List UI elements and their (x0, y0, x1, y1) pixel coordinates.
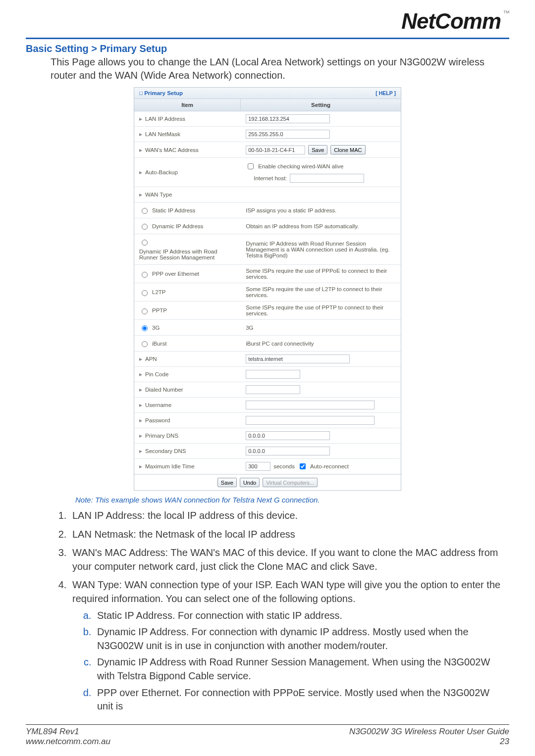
wan-desc: 3G (246, 325, 253, 331)
row-label-wan-mac: WAN's MAC Address (145, 147, 199, 153)
wan-radio-pppoe[interactable] (142, 272, 148, 278)
wan-radio-label: L2TP (152, 289, 166, 295)
caret-icon: ▸ (139, 131, 142, 138)
panel-title: □ Primary Setup (139, 90, 183, 96)
internet-host-label: Internet host: (254, 175, 287, 181)
caret-icon: ▸ (139, 386, 142, 393)
brand-tm: ™ (503, 9, 509, 17)
auto-reconnect-label: Auto-reconnect (310, 463, 349, 469)
wan-radio-3g[interactable] (142, 325, 148, 331)
wan-radio-label: Dynamic IP Address with Road Runner Sess… (139, 249, 236, 260)
auto-reconnect-checkbox[interactable] (300, 463, 306, 469)
pin-input[interactable] (246, 370, 300, 379)
help-link[interactable]: [ HELP ] (375, 90, 396, 96)
wan-radio-pptp[interactable] (142, 308, 148, 314)
footer-title: N3G002W 3G Wireless Router User Guide (349, 727, 509, 737)
wan-desc: Dynamic IP Address with Road Runner Sess… (246, 241, 396, 258)
virtual-computers-button[interactable]: Virtual Computers... (263, 478, 318, 487)
wan-radio-label: PPTP (152, 307, 167, 313)
wan-radio-dynamic[interactable] (142, 224, 148, 230)
row-label-lan-ip: LAN IP Address (145, 116, 185, 122)
row-label-apn: APN (145, 356, 157, 362)
primary-dns-input[interactable] (246, 431, 330, 440)
caret-icon: ▸ (139, 355, 142, 362)
footer-url: www.netcomm.com.au (26, 737, 110, 747)
wan-desc: Obtain an IP address from ISP automatica… (246, 223, 359, 229)
row-label-pass: Password (145, 417, 170, 423)
row-label-pin: Pin Code (145, 371, 168, 377)
lan-ip-input[interactable] (246, 114, 330, 123)
dialed-input[interactable] (246, 385, 300, 394)
ordered-list: LAN IP Address: the local IP address of … (56, 509, 509, 713)
wan-mac-input[interactable] (246, 146, 305, 154)
wan-radio-label: Static IP Address (152, 207, 195, 213)
wan-radio-label: PPP over Ethernet (152, 271, 199, 277)
row-label-lan-mask: LAN NetMask (145, 131, 180, 137)
lead-paragraph: This Page allows you to change the LAN (… (51, 55, 509, 82)
row-label-wan-type: WAN Type (145, 192, 172, 198)
footer-doc-rev: YML894 Rev1 (26, 727, 110, 737)
save-button[interactable]: Save (217, 478, 237, 487)
wan-radio-l2tp[interactable] (142, 290, 148, 296)
wan-radio-static[interactable] (142, 208, 148, 214)
mac-save-button[interactable]: Save (308, 145, 327, 154)
username-input[interactable] (246, 401, 374, 409)
wan-desc: iBurst PC card connectivity (246, 341, 314, 347)
divider-top (26, 38, 509, 39)
example-note: Note: This example shows WAN connection … (75, 496, 509, 504)
row-label-pdns: Primary DNS (145, 433, 178, 439)
undo-button[interactable]: Undo (240, 478, 260, 487)
list-item: LAN Netmask: the Netmask of the local IP… (69, 528, 507, 542)
brand-name: NetComm (401, 9, 501, 33)
idle-unit: seconds (273, 463, 295, 469)
caret-icon: ▸ (139, 191, 142, 198)
primary-setup-panel: □ Primary Setup [ HELP ] Item Setting ▸L… (134, 87, 401, 491)
caret-icon: ▸ (139, 402, 142, 408)
wired-wan-label: Enable checking wired-WAN alive (258, 163, 343, 169)
wan-radio-label: 3G (152, 325, 160, 331)
password-input[interactable] (246, 416, 374, 425)
wan-desc: Some ISPs require the use of PPTP to con… (246, 304, 396, 316)
row-label-user: Username (145, 402, 171, 408)
idle-time-input[interactable] (246, 462, 270, 471)
wan-radio-label: Dynamic IP Address (152, 223, 203, 229)
caret-icon: ▸ (139, 417, 142, 424)
column-header-item: Item (134, 99, 241, 111)
internet-host-input[interactable] (290, 174, 364, 183)
wan-radio-iburst[interactable] (142, 341, 148, 347)
brand-logo: NetComm™ (26, 9, 509, 34)
caret-icon: ▸ (139, 147, 142, 153)
section-title: Basic Setting > Primary Setup (26, 43, 509, 54)
ordered-sublist: Static IP Address. For connection with s… (81, 609, 507, 713)
wan-desc: ISP assigns you a static IP address. (246, 207, 336, 213)
caret-icon: ▸ (139, 432, 142, 439)
caret-icon: ▸ (139, 463, 142, 470)
list-item: WAN Type: WAN connection type of your IS… (69, 578, 507, 713)
row-label-auto-backup: Auto-Backup (145, 169, 178, 175)
list-item: PPP over Ethernet. For connection with P… (94, 686, 507, 713)
column-header-setting: Setting (241, 99, 401, 111)
wan-desc: Some ISPs require the use of PPPoE to co… (246, 268, 396, 280)
row-label-sdns: Secondary DNS (145, 448, 186, 454)
list-item: Dynamic IP Address. For connection with … (94, 625, 507, 653)
caret-icon: ▸ (139, 448, 142, 454)
row-label-dialed: Dialed Number (145, 387, 183, 393)
secondary-dns-input[interactable] (246, 447, 330, 455)
list-item: Static IP Address. For connection with s… (94, 609, 507, 623)
caret-icon: ▸ (139, 371, 142, 378)
wan-desc: Some ISPs require the use of L2TP to con… (246, 286, 396, 298)
list-item: Dynamic IP Address with Road Runner Sess… (94, 655, 507, 683)
caret-icon: ▸ (139, 169, 142, 176)
clone-mac-button[interactable]: Clone MAC (330, 145, 365, 154)
wan-radio-label: iBurst (152, 341, 166, 347)
apn-input[interactable] (246, 354, 350, 363)
row-label-idle: Maximum Idle Time (145, 463, 195, 469)
wan-radio-roadrunner[interactable] (142, 240, 148, 246)
list-item: LAN IP Address: the local IP address of … (69, 509, 507, 523)
wired-wan-checkbox[interactable] (248, 163, 254, 169)
list-item: WAN's MAC Address: The WAN's MAC of this… (69, 546, 507, 573)
page-number: 23 (349, 737, 509, 747)
lan-mask-input[interactable] (246, 130, 330, 139)
caret-icon: ▸ (139, 115, 142, 122)
